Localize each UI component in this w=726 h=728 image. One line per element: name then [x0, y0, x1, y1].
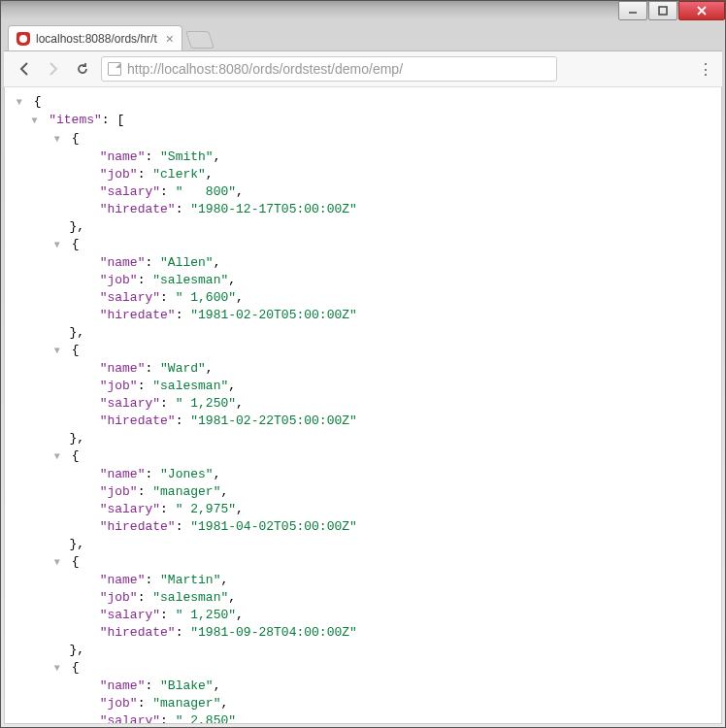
close-tab-icon[interactable]: × [166, 31, 174, 47]
forward-button[interactable] [43, 58, 64, 80]
minimize-button[interactable] [618, 1, 647, 20]
collapse-toggle-icon[interactable]: ▼ [54, 131, 64, 149]
collapse-toggle-icon[interactable]: ▼ [54, 554, 64, 572]
collapse-toggle-icon[interactable]: ▼ [31, 113, 41, 130]
svg-rect-1 [659, 7, 667, 15]
collapse-toggle-icon[interactable]: ▼ [54, 660, 64, 678]
menu-button[interactable]: ⋮ [698, 60, 712, 79]
tab-strip: localhost:8088/ords/hr/t × [0, 23, 726, 50]
browser-tab[interactable]: localhost:8088/ords/hr/t × [8, 25, 182, 50]
tab-title: localhost:8088/ords/hr/t [36, 32, 160, 46]
reload-button[interactable] [72, 58, 93, 80]
maximize-button[interactable] [648, 1, 677, 20]
json-viewer[interactable]: ▼ { ▼ "items": [ ▼ { "name": "Smith", "j… [5, 87, 721, 723]
close-button[interactable] [678, 1, 725, 20]
collapse-toggle-icon[interactable]: ▼ [54, 448, 64, 466]
browser-toolbar: http://localhost:8080/ords/ordstest/demo… [4, 50, 722, 87]
collapse-toggle-icon[interactable]: ▼ [54, 237, 64, 254]
back-button[interactable] [14, 58, 35, 80]
favicon-icon [16, 32, 30, 46]
new-tab-button[interactable] [185, 31, 214, 49]
page-content: ▼ { ▼ "items": [ ▼ { "name": "Smith", "j… [4, 87, 722, 724]
address-bar[interactable]: http://localhost:8080/ords/ordstest/demo… [101, 56, 557, 82]
page-icon [108, 62, 121, 76]
collapse-toggle-icon[interactable]: ▼ [16, 94, 26, 112]
url-text: http://localhost:8080/ords/ordstest/demo… [127, 61, 403, 77]
collapse-toggle-icon[interactable]: ▼ [54, 343, 64, 360]
